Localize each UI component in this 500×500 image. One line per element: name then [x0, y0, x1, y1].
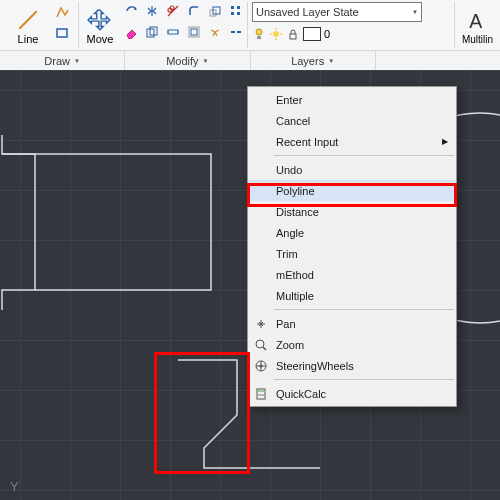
svg-rect-1 — [57, 29, 67, 37]
menu-steeringwheels[interactable]: SteeringWheels — [248, 355, 456, 376]
modify-panel: Move — [79, 0, 247, 50]
rotate-button[interactable] — [121, 1, 141, 21]
lock-icon — [286, 27, 300, 41]
fillet-icon — [187, 4, 201, 18]
offset-button[interactable] — [184, 22, 204, 42]
menu-recent-input[interactable]: Recent Input▶ — [248, 131, 456, 152]
offset-icon — [187, 25, 201, 39]
thaw-icon — [269, 27, 283, 41]
stretch-button[interactable] — [163, 22, 183, 42]
layer-on-icon — [252, 27, 266, 41]
svg-rect-8 — [237, 12, 240, 15]
join-button[interactable] — [226, 22, 246, 42]
mirror-button[interactable] — [142, 1, 162, 21]
chevron-down-icon: ▼ — [412, 9, 418, 15]
svg-point-35 — [260, 394, 261, 395]
svg-rect-21 — [290, 34, 296, 39]
svg-rect-7 — [231, 12, 234, 15]
menu-separator — [274, 155, 454, 156]
line-icon — [15, 7, 41, 33]
chevron-down-icon: ▼ — [203, 58, 209, 64]
erase-button[interactable] — [121, 22, 141, 42]
svg-point-16 — [273, 31, 279, 37]
ucs-y-label: Y — [10, 479, 19, 494]
copy-icon — [145, 25, 159, 39]
ribbon-panel-titles: Draw▼ Modify▼ Layers▼ — [0, 50, 500, 70]
line-label: Line — [18, 33, 39, 45]
chevron-down-icon: ▼ — [74, 58, 80, 64]
layer-state-combo[interactable]: Unsaved Layer State ▼ — [252, 2, 422, 22]
menu-multiple[interactable]: Multiple — [248, 285, 456, 306]
mtext-icon: A — [465, 8, 491, 34]
rectangle-tool-button[interactable] — [52, 23, 72, 43]
rect-icon — [55, 26, 69, 40]
move-button[interactable]: Move — [80, 1, 120, 45]
menu-cancel[interactable]: Cancel — [248, 110, 456, 131]
draw-panel: Line — [0, 0, 78, 50]
menu-trim[interactable]: Trim — [248, 243, 456, 264]
layers-panel: Unsaved Layer State ▼ 0 — [248, 0, 454, 50]
scale-icon — [208, 4, 222, 18]
zoom-icon — [253, 337, 269, 353]
line-button[interactable]: Line — [6, 1, 50, 45]
pan-icon — [253, 316, 269, 332]
rotate-icon — [124, 4, 138, 18]
explode-icon — [208, 25, 222, 39]
svg-line-0 — [19, 11, 36, 28]
svg-point-14 — [256, 29, 262, 35]
menu-distance[interactable]: Distance — [248, 201, 456, 222]
mirror-icon — [145, 4, 159, 18]
menu-zoom[interactable]: Zoom — [248, 334, 456, 355]
menu-separator — [274, 379, 454, 380]
calculator-icon — [253, 386, 269, 402]
menu-angle[interactable]: Angle — [248, 222, 456, 243]
layer-state-value: Unsaved Layer State — [256, 6, 412, 18]
menu-method[interactable]: mEthod — [248, 264, 456, 285]
svg-rect-5 — [231, 6, 234, 9]
multiline-label: Multilin — [462, 34, 493, 45]
trim-icon — [166, 4, 180, 18]
svg-point-34 — [258, 394, 259, 395]
svg-point-26 — [256, 340, 264, 348]
menu-quickcalc[interactable]: QuickCalc — [248, 383, 456, 404]
svg-rect-33 — [258, 390, 264, 392]
svg-rect-6 — [237, 6, 240, 9]
move-icon — [87, 7, 113, 33]
array-button[interactable] — [226, 1, 246, 21]
svg-rect-15 — [257, 36, 261, 39]
scale-button[interactable] — [205, 1, 225, 21]
context-menu: Enter Cancel Recent Input▶ Undo Polyline… — [247, 86, 457, 407]
steering-wheel-icon — [253, 358, 269, 374]
draw-panel-title[interactable]: Draw▼ — [0, 51, 125, 70]
svg-rect-11 — [168, 30, 178, 34]
multiline-button[interactable]: A Multilin — [456, 1, 500, 45]
menu-undo[interactable]: Undo — [248, 159, 456, 180]
fillet-button[interactable] — [184, 1, 204, 21]
polyline-icon — [55, 5, 69, 19]
annotation-panel-title[interactable] — [376, 51, 500, 70]
svg-text:A: A — [469, 10, 482, 32]
svg-rect-13 — [191, 29, 197, 35]
svg-point-36 — [262, 394, 263, 395]
svg-line-27 — [263, 347, 266, 350]
modify-panel-title[interactable]: Modify▼ — [125, 51, 250, 70]
explode-button[interactable] — [205, 22, 225, 42]
annotation-panel-partial: A Multilin — [455, 0, 500, 50]
array-icon — [229, 4, 243, 18]
move-label: Move — [87, 33, 114, 45]
chevron-down-icon: ▼ — [328, 58, 334, 64]
layers-panel-title[interactable]: Layers▼ — [251, 51, 376, 70]
stretch-icon — [166, 25, 180, 39]
menu-separator — [274, 309, 454, 310]
submenu-arrow-icon: ▶ — [442, 137, 448, 146]
copy-button[interactable] — [142, 22, 162, 42]
current-layer-name: 0 — [324, 28, 330, 40]
menu-enter[interactable]: Enter — [248, 89, 456, 110]
polyline-tool-button[interactable] — [52, 2, 72, 22]
menu-pan[interactable]: Pan — [248, 313, 456, 334]
erase-icon — [124, 25, 138, 39]
layer-color-swatch[interactable] — [303, 27, 321, 41]
menu-polyline[interactable]: Polyline — [248, 180, 456, 201]
ribbon: Line Move — [0, 0, 500, 71]
trim-button[interactable] — [163, 1, 183, 21]
